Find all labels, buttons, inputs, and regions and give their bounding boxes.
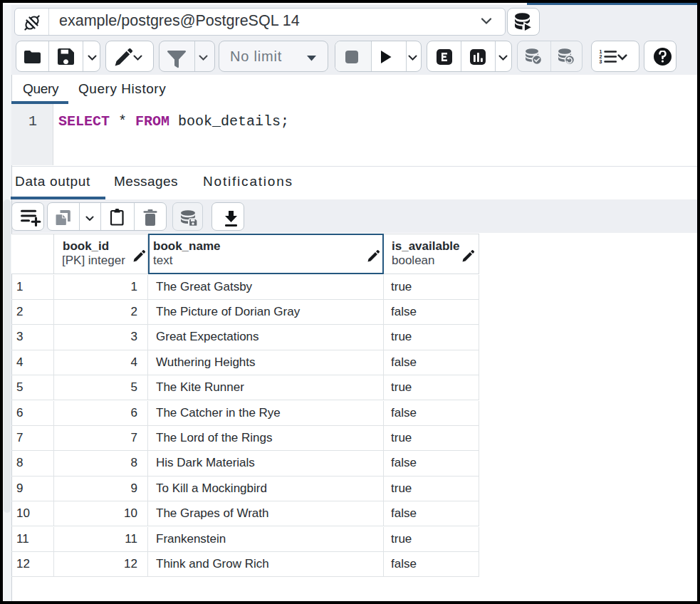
svg-text:3: 3 [600, 59, 602, 63]
svg-text:2: 2 [600, 54, 602, 59]
